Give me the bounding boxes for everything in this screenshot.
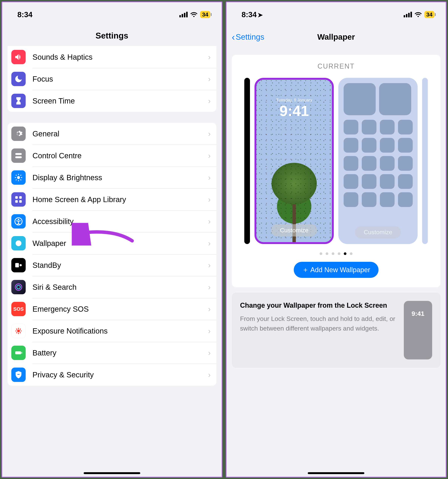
location-icon: ➤: [257, 11, 263, 19]
chevron-right-icon: ›: [208, 261, 211, 270]
customize-home-button[interactable]: Customize: [355, 226, 401, 238]
svg-point-17: [15, 330, 17, 332]
chevron-right-icon: ›: [208, 195, 211, 204]
row-display[interactable]: Display & Brightness ›: [7, 166, 216, 188]
home-screen-preview[interactable]: Customize: [338, 78, 418, 244]
home-indicator[interactable]: [84, 472, 140, 474]
chevron-left-icon: ‹: [232, 32, 235, 42]
svg-point-18: [20, 330, 22, 332]
chevron-right-icon: ›: [208, 283, 211, 292]
svg-point-13: [17, 285, 20, 289]
lock-screen-preview[interactable]: Tuesday, 9 January 9:41 Customize: [255, 78, 334, 244]
screen-time-icon: [11, 94, 26, 108]
row-control-centre[interactable]: Control Centre ›: [7, 145, 216, 166]
chevron-right-icon: ›: [208, 371, 211, 379]
svg-rect-23: [15, 351, 21, 354]
row-label: Privacy & Security: [33, 371, 208, 379]
signal-icon: [179, 12, 188, 17]
svg-rect-1: [15, 156, 22, 158]
signal-icon: [404, 12, 412, 17]
nav-bar: ‹ Settings Wallpaper: [227, 27, 446, 47]
row-screen-time[interactable]: Screen Time ›: [7, 90, 216, 112]
home-indicator[interactable]: [308, 472, 364, 474]
svg-rect-6: [19, 200, 22, 203]
row-label: Exposure Notifications: [33, 327, 208, 335]
row-home-screen[interactable]: Home Screen & App Library ›: [7, 188, 216, 210]
app-icon-grid: [344, 120, 412, 207]
chevron-right-icon: ›: [208, 97, 211, 105]
row-label: Control Centre: [33, 152, 208, 160]
accessibility-icon: [11, 214, 26, 229]
tip-body: From your Lock Screen, touch and hold to…: [240, 314, 398, 333]
plus-icon: ＋: [302, 265, 309, 274]
row-standby[interactable]: StandBy ›: [7, 254, 216, 276]
svg-point-14: [17, 329, 20, 332]
row-siri[interactable]: Siri & Search ›: [7, 276, 216, 298]
row-label: Sounds & Haptics: [33, 53, 208, 61]
svg-point-16: [18, 333, 19, 334]
display-icon: [11, 170, 26, 185]
focus-icon: [11, 72, 26, 86]
svg-point-22: [20, 332, 21, 333]
back-button[interactable]: ‹ Settings: [232, 32, 264, 42]
svg-point-20: [20, 329, 21, 330]
battery-indicator: 34: [424, 11, 435, 18]
svg-point-2: [17, 176, 20, 179]
customize-lock-button[interactable]: Customize: [271, 224, 317, 236]
home-screen-icon: [11, 192, 26, 207]
row-wallpaper[interactable]: Wallpaper ›: [7, 232, 216, 254]
row-label: Screen Time: [33, 97, 208, 105]
status-right: 34: [179, 10, 210, 19]
control-centre-icon: [11, 148, 26, 163]
row-battery[interactable]: Battery ›: [7, 342, 216, 364]
current-header: CURRENT: [232, 62, 441, 70]
sos-icon: SOS: [11, 302, 26, 316]
tip-title: Change your Wallpaper from the Lock Scre…: [240, 301, 398, 310]
prev-wallpaper-peek[interactable]: [244, 78, 250, 244]
svg-point-15: [18, 328, 19, 329]
wifi-icon: [415, 10, 422, 19]
row-label: Wallpaper: [33, 239, 208, 248]
settings-group-2: General › Control Centre › Display & Bri…: [7, 123, 216, 386]
row-accessibility[interactable]: Accessibility ›: [7, 210, 216, 232]
wallpaper-screen: 8:34➤ 34 ‹ Settings Wallpaper CURRENT Tu: [226, 1, 447, 478]
row-focus[interactable]: Focus ›: [7, 68, 216, 90]
page-dots[interactable]: [232, 252, 441, 255]
wallpaper-previews[interactable]: Tuesday, 9 January 9:41 Customize Custom…: [232, 78, 441, 244]
wallpaper-icon: [11, 236, 26, 250]
lock-screen-tip-card: Change your Wallpaper from the Lock Scre…: [232, 293, 441, 368]
svg-point-19: [16, 329, 17, 330]
standby-icon: [11, 258, 26, 272]
chevron-right-icon: ›: [208, 305, 211, 313]
row-general[interactable]: General ›: [7, 123, 216, 145]
next-wallpaper-peek[interactable]: [422, 78, 428, 244]
status-time: 8:34➤: [242, 10, 263, 19]
nav-bar: Settings: [2, 27, 222, 46]
row-exposure[interactable]: Exposure Notifications ›: [7, 320, 216, 342]
wifi-icon: [190, 10, 198, 19]
row-label: Accessibility: [33, 217, 208, 226]
chevron-right-icon: ›: [208, 53, 211, 61]
battery-indicator: 34: [200, 11, 210, 18]
svg-rect-0: [15, 153, 22, 155]
chevron-right-icon: ›: [208, 217, 211, 226]
chevron-right-icon: ›: [208, 349, 211, 357]
add-new-wallpaper-button[interactable]: ＋ Add New Wallpaper: [294, 262, 379, 278]
status-right: 34: [404, 10, 435, 19]
svg-point-9: [18, 243, 19, 244]
row-sounds[interactable]: Sounds & Haptics ›: [7, 46, 216, 68]
chevron-right-icon: ›: [208, 130, 211, 138]
settings-group-1: Sounds & Haptics › Focus › Screen Time ›: [7, 46, 216, 112]
svg-rect-5: [15, 200, 18, 203]
svg-point-12: [15, 284, 22, 291]
privacy-icon: [11, 367, 26, 382]
chevron-right-icon: ›: [208, 327, 211, 335]
svg-point-8: [18, 219, 19, 220]
battery-icon: [11, 346, 26, 360]
status-bar: 8:34 34: [2, 2, 222, 27]
row-privacy[interactable]: Privacy & Security ›: [7, 364, 216, 386]
widget-placeholder: [379, 83, 411, 115]
general-icon: [11, 126, 26, 141]
row-emergency-sos[interactable]: SOS Emergency SOS ›: [7, 298, 216, 320]
row-label: Home Screen & App Library: [33, 195, 208, 204]
